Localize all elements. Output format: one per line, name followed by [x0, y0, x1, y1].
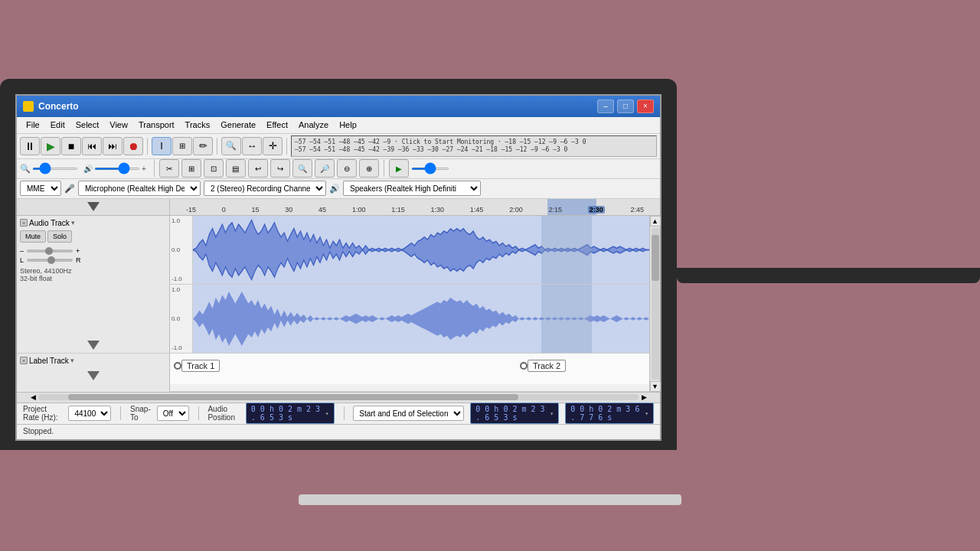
label-track-close[interactable]: × — [20, 357, 28, 364]
channels-select[interactable]: 2 (Stereo) Recording Channels — [204, 181, 326, 196]
mute-button[interactable]: Mute — [20, 230, 46, 243]
scroll-track[interactable] — [38, 394, 639, 400]
audio-position-value[interactable]: 0 0 h 0 2 m 2 3 . 6 5 3 s ▾ — [246, 403, 335, 424]
zoom-out-btn[interactable]: 🔎 — [315, 159, 335, 178]
label-text-track2[interactable]: Track 2 — [528, 360, 566, 372]
snap-to-select[interactable]: Off — [157, 406, 189, 421]
scroll-thumb[interactable] — [68, 394, 518, 400]
close-button[interactable]: × — [637, 99, 654, 113]
audio-track-name: × Audio Track ▾ — [20, 219, 75, 227]
menu-transport[interactable]: Transport — [134, 119, 179, 130]
play-button[interactable]: ▶ — [41, 137, 60, 155]
selection-overlay-ch1 — [541, 216, 592, 284]
stretch-tool[interactable]: ↔ — [242, 137, 262, 155]
ruler-mark: 1:45 — [470, 206, 484, 214]
selection-end-value[interactable]: 0 0 h 0 2 m 3 6 . 7 7 6 s ▾ — [565, 403, 654, 424]
ruler-mark: 45 — [318, 206, 326, 214]
multi-tool[interactable]: ✛ — [263, 137, 283, 155]
menu-help[interactable]: Help — [335, 119, 361, 130]
zoom-slider[interactable] — [32, 168, 78, 170]
label-dot-1 — [174, 362, 181, 370]
label-track-content[interactable]: Track 1 Track 2 — [170, 354, 649, 384]
pan-thumb[interactable] — [47, 256, 55, 264]
menu-bar: File Edit Select View Transport Tracks G… — [17, 117, 660, 134]
vu-output: –57 –54 –51 –48 –45 –42 –39 –36 –33 –30 … — [295, 146, 653, 153]
menu-effect[interactable]: Effect — [262, 119, 292, 130]
host-select[interactable]: MME — [20, 181, 61, 196]
menu-file[interactable]: File — [21, 119, 44, 130]
vscroll-track[interactable] — [652, 228, 659, 380]
horizontal-scrollbar[interactable]: ◀ ▶ — [17, 392, 660, 403]
audio-track-info: Stereo, 44100Hz 32-bit float — [20, 267, 166, 282]
minimize-button[interactable]: – — [597, 99, 614, 113]
app-icon — [23, 101, 34, 112]
vu-input[interactable]: –57 –54 –51 –48 –45 –42 –9 · Click to St… — [295, 139, 653, 145]
zoom-tool[interactable]: 🔍 — [221, 137, 241, 155]
selection-start-value[interactable]: 0 0 h 0 2 m 2 3 . 6 5 3 s ▾ — [470, 403, 559, 424]
menu-edit[interactable]: Edit — [46, 119, 70, 130]
ruler-mark: 2:00 — [509, 206, 523, 214]
maximize-button[interactable]: □ — [617, 99, 634, 113]
pan-slider-track — [27, 259, 73, 262]
redo-btn[interactable]: ↪ — [270, 159, 290, 178]
selection-type-select[interactable]: Start and End of Selection — [353, 406, 464, 421]
stop-button[interactable]: ■ — [61, 137, 81, 155]
sep2 — [217, 138, 217, 155]
play-cut-btn[interactable]: ▶ — [389, 159, 409, 178]
label-collapse-arrow[interactable] — [87, 371, 100, 380]
draw-tool[interactable]: ✏ — [193, 137, 213, 155]
paste-btn[interactable]: ⊡ — [204, 159, 224, 178]
zoom-in-btn[interactable]: 🔍 — [292, 159, 312, 178]
menu-tracks[interactable]: Tracks — [181, 119, 215, 130]
app-title: Concerto — [38, 101, 79, 112]
selection-overlay-ch2 — [541, 285, 592, 353]
audio-track-close[interactable]: × — [20, 219, 28, 227]
ruler-mark: 2:30 — [588, 206, 605, 214]
gain-thumb[interactable] — [45, 247, 53, 255]
audio-track-row: × Audio Track ▾ Mute Solo – — [17, 216, 649, 354]
sep4 — [154, 160, 155, 177]
vscroll-down[interactable]: ▼ — [650, 381, 661, 392]
label-track-row: × Label Track ▾ — [17, 354, 649, 392]
copy-btn[interactable]: ⊞ — [181, 159, 201, 178]
collapse-arrow[interactable] — [87, 341, 100, 350]
gain-slider-track — [27, 249, 73, 253]
vscroll-thumb[interactable] — [652, 235, 659, 280]
undo-btn[interactable]: ↩ — [248, 159, 268, 178]
sep-status2 — [198, 406, 199, 420]
menu-view[interactable]: View — [105, 119, 132, 130]
scroll-left[interactable]: ◀ — [28, 392, 38, 403]
select-tool[interactable]: I — [152, 137, 172, 155]
ffwd-button[interactable]: ⏭ — [103, 137, 122, 155]
multiselect-tool[interactable]: ⊞ — [172, 137, 192, 155]
silence-btn[interactable]: ▤ — [226, 159, 246, 178]
menu-analyze[interactable]: Analyze — [294, 119, 333, 130]
ruler-mark: 1:15 — [391, 206, 405, 214]
pause-button[interactable]: ⏸ — [20, 137, 40, 155]
sep3 — [286, 138, 287, 155]
label-track1[interactable]: Track 1 — [174, 360, 220, 372]
project-rate-select[interactable]: 44100 — [68, 406, 111, 421]
label-text-track1[interactable]: Track 1 — [181, 360, 220, 372]
label-track-controls: × Label Track ▾ — [17, 354, 170, 392]
ruler-mark: 0 — [222, 206, 226, 214]
record-button[interactable]: ⏺ — [123, 137, 143, 155]
trim-btn[interactable]: ✂ — [159, 159, 179, 178]
zoom-fit-btn[interactable]: ⊕ — [359, 159, 379, 178]
speaker-select[interactable]: Speakers (Realtek High Definiti — [343, 181, 481, 196]
zoom-sel-btn[interactable]: ⊖ — [337, 159, 357, 178]
vertical-scrollbar[interactable]: ▲ ▼ — [649, 216, 660, 392]
ruler-mark: -15 — [186, 206, 196, 214]
sep-status1 — [120, 406, 121, 420]
ruler-mark: 1:00 — [352, 206, 366, 214]
mic-select[interactable]: Microphone (Realtek High Defi — [78, 181, 201, 196]
playback-speed-slider[interactable] — [411, 168, 449, 170]
menu-generate[interactable]: Generate — [216, 119, 260, 130]
solo-button[interactable]: Solo — [47, 230, 72, 243]
rewind-button[interactable]: ⏮ — [82, 137, 102, 155]
menu-select[interactable]: Select — [71, 119, 104, 130]
scroll-right[interactable]: ▶ — [639, 392, 649, 403]
vscroll-up[interactable]: ▲ — [650, 216, 661, 227]
volume-slider[interactable] — [94, 168, 140, 170]
label-track2[interactable]: Track 2 — [520, 360, 566, 372]
